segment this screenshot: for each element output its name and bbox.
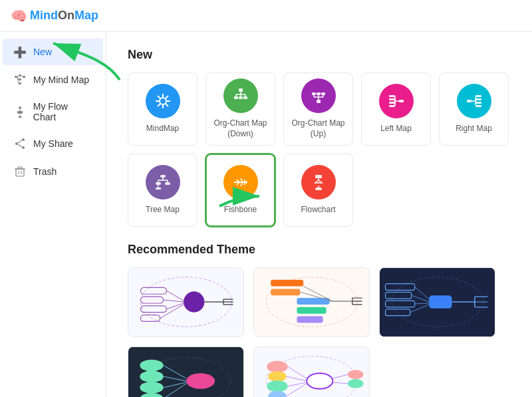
svg-point-23 bbox=[160, 98, 166, 104]
main-layout: ➕ New My Mind Map My Flow Chart My Share bbox=[0, 32, 532, 397]
svg-rect-111 bbox=[297, 307, 326, 314]
svg-point-14 bbox=[15, 142, 18, 145]
svg-marker-11 bbox=[18, 115, 22, 118]
fishbone-label: Fishbone bbox=[224, 205, 257, 215]
svg-point-141 bbox=[140, 370, 163, 382]
left-map-icon bbox=[379, 84, 414, 118]
svg-rect-3 bbox=[19, 82, 21, 84]
svg-rect-74 bbox=[165, 182, 170, 185]
sidebar-item-new[interactable]: ➕ New bbox=[3, 39, 103, 65]
theme-card-3[interactable] bbox=[379, 267, 495, 337]
flowchart-label: Flowchart bbox=[301, 205, 335, 215]
svg-marker-84 bbox=[246, 180, 247, 184]
map-grid: MindMap Org-Chart Map(Down) Org-Chart Ma… bbox=[128, 72, 511, 227]
svg-line-29 bbox=[166, 104, 168, 106]
svg-rect-49 bbox=[317, 100, 321, 103]
svg-rect-54 bbox=[389, 98, 395, 100]
svg-rect-32 bbox=[239, 88, 243, 92]
svg-rect-112 bbox=[297, 317, 323, 323]
org-chart-up-label: Org-Chart Map (Up) bbox=[284, 118, 352, 139]
sidebar-item-my-flow-chart[interactable]: My Flow Chart bbox=[3, 94, 103, 129]
svg-line-30 bbox=[166, 96, 168, 98]
svg-rect-61 bbox=[467, 100, 471, 102]
svg-point-9 bbox=[19, 106, 21, 109]
svg-rect-123 bbox=[429, 295, 452, 309]
sidebar-label-my-mind-map: My Mind Map bbox=[33, 74, 89, 85]
mindmap-label: MindMap bbox=[146, 124, 179, 134]
sidebar-item-my-mind-map[interactable]: My Mind Map bbox=[3, 66, 103, 93]
svg-rect-39 bbox=[239, 96, 243, 99]
tree-map-icon bbox=[146, 165, 180, 199]
theme-grid bbox=[128, 267, 511, 397]
svg-rect-41 bbox=[312, 92, 316, 95]
svg-rect-18 bbox=[16, 169, 24, 176]
svg-rect-64 bbox=[475, 95, 481, 97]
org-chart-down-label: Org-Chart Map(Down) bbox=[213, 118, 267, 139]
svg-rect-56 bbox=[389, 105, 395, 107]
svg-point-150 bbox=[307, 373, 332, 389]
map-card-mindmap[interactable]: MindMap bbox=[128, 72, 198, 146]
sidebar-label-my-flow-chart: My Flow Chart bbox=[33, 101, 92, 122]
svg-rect-68 bbox=[160, 175, 166, 178]
right-map-icon bbox=[457, 84, 491, 118]
svg-rect-0 bbox=[15, 76, 17, 78]
content-area: New MindMap Org-Chart Map(Down) bbox=[106, 32, 532, 397]
share-icon bbox=[13, 137, 27, 150]
right-map-label: Right Map bbox=[456, 124, 492, 134]
svg-rect-67 bbox=[475, 105, 481, 107]
sidebar-label-new: New bbox=[33, 47, 52, 57]
tree-map-label: Tree Map bbox=[146, 205, 180, 215]
svg-rect-109 bbox=[271, 289, 300, 295]
svg-rect-76 bbox=[156, 188, 161, 190]
svg-rect-20 bbox=[18, 167, 22, 169]
org-chart-down-icon bbox=[223, 78, 258, 113]
sidebar-item-my-share[interactable]: My Share bbox=[3, 130, 103, 157]
theme-card-1[interactable] bbox=[128, 267, 244, 337]
map-card-left-map[interactable]: Left Map bbox=[361, 72, 431, 146]
svg-line-17 bbox=[18, 144, 22, 147]
svg-point-152 bbox=[268, 371, 286, 382]
svg-rect-43 bbox=[321, 92, 325, 95]
svg-point-13 bbox=[22, 138, 25, 141]
svg-rect-10 bbox=[17, 111, 23, 114]
svg-point-140 bbox=[140, 360, 163, 372]
svg-rect-4 bbox=[23, 76, 25, 78]
svg-rect-40 bbox=[243, 96, 247, 99]
mindmap-icon bbox=[13, 73, 27, 86]
map-card-org-chart-down[interactable]: Org-Chart Map(Down) bbox=[205, 72, 275, 146]
new-section-title: New bbox=[128, 48, 511, 62]
plus-icon: ➕ bbox=[13, 45, 27, 59]
svg-line-28 bbox=[158, 96, 160, 98]
sidebar-item-trash[interactable]: Trash bbox=[3, 158, 103, 185]
recommended-title: Recommended Theme bbox=[128, 243, 511, 257]
svg-line-8 bbox=[21, 76, 23, 77]
theme-card-2[interactable] bbox=[253, 267, 370, 337]
svg-rect-108 bbox=[271, 280, 303, 287]
map-card-org-chart-up[interactable]: Org-Chart Map (Up) bbox=[283, 72, 353, 146]
theme-card-4[interactable] bbox=[128, 346, 244, 397]
map-card-tree-map[interactable]: Tree Map bbox=[128, 154, 198, 227]
logo-text: MindOnMap bbox=[30, 9, 98, 23]
sidebar: ➕ New My Mind Map My Flow Chart My Share bbox=[0, 32, 106, 397]
svg-point-92 bbox=[184, 291, 204, 312]
svg-rect-73 bbox=[156, 182, 161, 185]
sidebar-label-my-share: My Share bbox=[33, 138, 73, 149]
svg-point-15 bbox=[22, 146, 25, 149]
mindmap-map-icon bbox=[146, 84, 180, 118]
map-card-right-map[interactable]: Right Map bbox=[439, 72, 509, 146]
svg-line-5 bbox=[17, 76, 19, 77]
theme-card-5[interactable] bbox=[253, 346, 370, 397]
svg-rect-1 bbox=[19, 74, 21, 76]
svg-rect-38 bbox=[234, 96, 238, 99]
svg-rect-65 bbox=[475, 98, 481, 100]
map-card-fishbone[interactable]: Fishbone bbox=[205, 154, 275, 227]
svg-rect-53 bbox=[389, 95, 395, 97]
svg-line-16 bbox=[18, 140, 22, 143]
svg-rect-85 bbox=[315, 175, 322, 178]
flowchart-icon bbox=[13, 105, 27, 118]
flowchart-map-icon bbox=[301, 165, 336, 199]
svg-point-142 bbox=[140, 382, 163, 394]
map-card-flowchart[interactable]: Flowchart bbox=[283, 154, 353, 227]
svg-point-151 bbox=[267, 361, 287, 373]
svg-rect-50 bbox=[399, 100, 404, 102]
